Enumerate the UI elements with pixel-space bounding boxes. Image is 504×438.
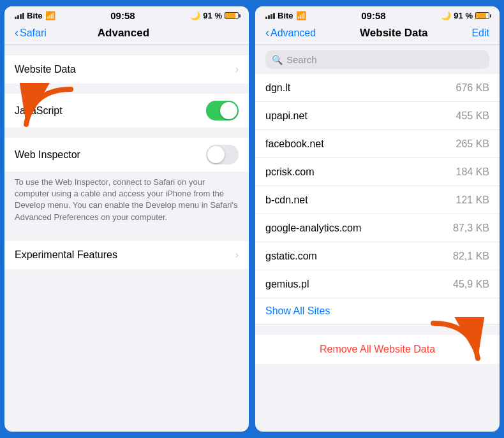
right-wifi-icon: 📶 [296, 11, 306, 20]
right-battery-fill [476, 13, 486, 18]
site-row[interactable]: upapi.net455 KB [255, 102, 500, 130]
site-name: facebook.net [265, 138, 456, 150]
website-data-chevron-icon: › [235, 64, 239, 75]
left-nav-title: Advanced [98, 27, 149, 40]
wifi-icon: 📶 [45, 11, 56, 20]
right-signal-bar-4 [273, 13, 275, 19]
site-size: 82,1 KB [453, 251, 489, 262]
show-all-group: Show All Sites [255, 298, 500, 325]
javascript-label: JavaScript [15, 105, 206, 117]
search-bar[interactable]: 🔍 Search [265, 50, 489, 69]
carrier-name: Bite [27, 11, 43, 20]
right-status-left: Bite 📶 [265, 11, 306, 20]
web-inspector-toggle[interactable] [206, 145, 239, 164]
remove-all-group: Remove All Website Data [255, 335, 500, 364]
experimental-label: Experimental Features [15, 249, 235, 261]
right-nav-title: Website Data [360, 27, 427, 40]
right-content: 🔍 Search dgn.lt676 KBupapi.net455 KBface… [255, 45, 500, 432]
site-name: gemius.pl [265, 279, 453, 290]
remove-all-label: Remove All Website Data [320, 344, 435, 354]
battery-percent: 91 % [203, 11, 222, 20]
left-status-left: Bite 📶 [15, 11, 56, 20]
right-signal-bar-2 [268, 15, 270, 19]
right-status-bar: Bite 📶 09:58 🌙 91 % [255, 6, 500, 24]
right-signal-bar-3 [271, 14, 272, 19]
site-size: 45,9 KB [453, 279, 489, 290]
right-status-right: 🌙 91 % [441, 11, 489, 20]
site-size: 121 KB [456, 194, 489, 206]
web-inspector-description: To use the Web Inspector, connect to Saf… [4, 172, 249, 231]
right-time: 09:58 [361, 10, 385, 21]
right-phone-screen: Bite 📶 09:58 🌙 91 % ‹ Advanced Website D… [255, 6, 500, 432]
left-time: 09:58 [110, 10, 135, 21]
show-all-link: Show All Sites [265, 305, 330, 316]
left-phone-screen: Bite 📶 09:58 🌙 91 % ‹ Safari Advanced [4, 6, 249, 432]
left-back-button[interactable]: ‹ Safari [15, 26, 47, 40]
right-back-chevron-icon: ‹ [265, 26, 269, 40]
site-size: 87,3 KB [453, 223, 489, 234]
left-status-bar: Bite 📶 09:58 🌙 91 % [4, 6, 249, 24]
left-back-label: Safari [20, 27, 47, 39]
right-back-label: Advanced [271, 27, 316, 39]
site-size: 265 KB [456, 138, 489, 150]
search-placeholder: Search [286, 54, 317, 65]
right-signal-bar-1 [265, 17, 267, 19]
site-row[interactable]: pcrisk.com184 KB [255, 158, 500, 186]
show-all-row[interactable]: Show All Sites [255, 298, 500, 325]
experimental-group: Experimental Features › [4, 241, 249, 269]
site-size: 184 KB [456, 166, 489, 178]
web-inspector-group: Web Inspector [4, 138, 249, 172]
right-carrier-name: Bite [278, 11, 293, 20]
battery-icon [225, 12, 239, 19]
right-moon-icon: 🌙 [441, 11, 451, 20]
toggle-knob [220, 102, 237, 119]
site-row[interactable]: google-analytics.com87,3 KB [255, 214, 500, 242]
web-inspector-toggle-knob [207, 146, 225, 163]
right-back-button[interactable]: ‹ Advanced [265, 26, 316, 40]
site-name: gstatic.com [265, 251, 453, 262]
website-data-group: Website Data › [4, 55, 249, 84]
moon-icon: 🌙 [190, 11, 200, 20]
site-name: google-analytics.com [265, 223, 453, 234]
battery-fill [225, 13, 235, 18]
signal-bars [15, 13, 24, 19]
search-icon: 🔍 [272, 55, 283, 65]
right-battery-icon [475, 12, 489, 19]
signal-bar-2 [17, 15, 19, 19]
site-row[interactable]: gstatic.com82,1 KB [255, 242, 500, 270]
site-row[interactable]: facebook.net265 KB [255, 130, 500, 158]
right-signal-bars [265, 13, 275, 19]
left-nav-bar: ‹ Safari Advanced [4, 24, 249, 45]
site-size: 676 KB [456, 82, 489, 94]
web-inspector-row[interactable]: Web Inspector [4, 138, 249, 172]
signal-bar-4 [22, 13, 24, 19]
website-data-row[interactable]: Website Data › [4, 55, 249, 84]
left-content: Website Data › JavaScript Web Inspector [4, 45, 249, 432]
javascript-toggle[interactable] [206, 101, 239, 120]
javascript-group: JavaScript [4, 94, 249, 128]
experimental-features-row[interactable]: Experimental Features › [4, 241, 249, 269]
site-row[interactable]: gemius.pl45,9 KB [255, 270, 500, 298]
web-inspector-label: Web Inspector [15, 149, 206, 161]
site-name: b-cdn.net [265, 194, 456, 206]
site-row[interactable]: b-cdn.net121 KB [255, 186, 500, 214]
site-name: pcrisk.com [265, 166, 456, 178]
site-row[interactable]: dgn.lt676 KB [255, 74, 500, 102]
right-nav-bar: ‹ Advanced Website Data Edit [255, 24, 500, 45]
javascript-row[interactable]: JavaScript [4, 94, 249, 128]
website-data-label: Website Data [15, 64, 235, 75]
experimental-chevron-icon: › [235, 249, 239, 261]
site-size: 455 KB [456, 110, 489, 122]
back-chevron-icon: ‹ [15, 26, 19, 40]
site-name: dgn.lt [265, 82, 456, 94]
left-status-right: 🌙 91 % [190, 11, 239, 20]
signal-bar-3 [20, 14, 22, 19]
edit-button[interactable]: Edit [471, 27, 489, 39]
right-battery-percent: 91 % [454, 11, 473, 20]
signal-bar-1 [15, 17, 17, 19]
site-name: upapi.net [265, 110, 456, 122]
right-screen-wrapper: Bite 📶 09:58 🌙 91 % ‹ Advanced Website D… [255, 6, 500, 432]
remove-all-row[interactable]: Remove All Website Data [255, 335, 500, 364]
site-list: dgn.lt676 KBupapi.net455 KBfacebook.net2… [255, 74, 500, 298]
